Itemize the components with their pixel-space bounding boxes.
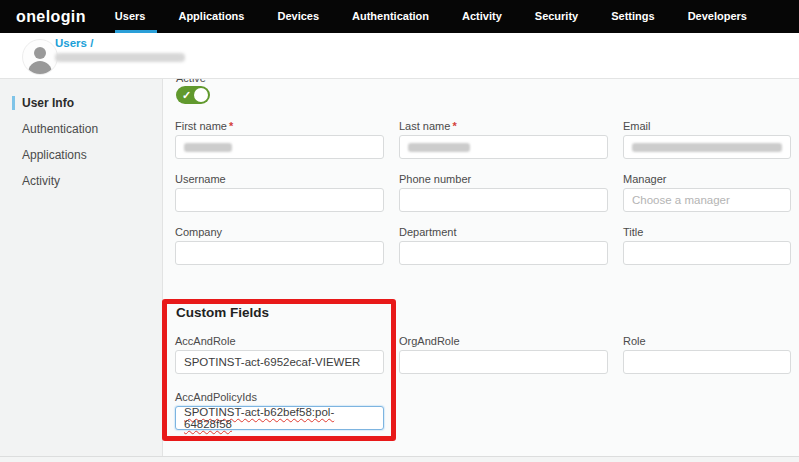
title-input[interactable] [623, 241, 791, 265]
manager-input[interactable] [623, 188, 791, 212]
company-label: Company [175, 226, 384, 239]
nav-tab-activity[interactable]: Activity [462, 0, 502, 33]
acc-and-role-field: AccAndRole SPOTINST-act-6952ecaf-VIEWER [175, 335, 384, 374]
redacted-value [184, 143, 232, 152]
username-field: Username [175, 173, 384, 212]
redacted-value [632, 143, 782, 152]
top-nav: onelogin Users Applications Devices Auth… [0, 0, 799, 33]
username-label: Username [175, 173, 384, 186]
required-asterisk: * [229, 120, 233, 132]
sidebar-item-authentication[interactable]: Authentication [0, 116, 162, 142]
nav-tab-developers[interactable]: Developers [688, 0, 747, 33]
phone-number-label: Phone number [399, 173, 608, 186]
role-label: Role [623, 335, 791, 348]
company-field: Company [175, 226, 384, 265]
custom-fields-row-1: AccAndRole SPOTINST-act-6952ecaf-VIEWER … [175, 335, 791, 374]
form-row-1: First name* Last name* Email [175, 120, 791, 159]
nav-tab-devices[interactable]: Devices [277, 0, 319, 33]
onelogin-logo: onelogin [16, 8, 86, 26]
sidebar-item-user-info[interactable]: User Info [0, 90, 162, 116]
email-input[interactable] [623, 135, 791, 159]
sidebar-item-activity[interactable]: Activity [0, 168, 162, 194]
user-avatar [22, 39, 58, 75]
manager-field: Manager [623, 173, 791, 212]
nav-tab-authentication[interactable]: Authentication [352, 0, 429, 33]
company-input[interactable] [175, 241, 384, 265]
form-row-2: Username Phone number Manager [175, 173, 791, 212]
department-label: Department [399, 226, 608, 239]
nav-tab-users[interactable]: Users [115, 0, 146, 33]
department-input[interactable] [399, 241, 608, 265]
department-field: Department [399, 226, 608, 265]
active-toggle[interactable]: ✓ [176, 86, 210, 104]
title-field: Title [623, 226, 791, 265]
custom-fields-row-2: AccAndPolicyIds SPOTINST-act-b62bef58:po… [175, 391, 791, 430]
first-name-field: First name* [175, 120, 384, 159]
acc-and-policy-ids-input[interactable]: SPOTINST-act-b62bef58:pol-64828f58 [175, 406, 384, 430]
acc-and-role-input[interactable]: SPOTINST-act-6952ecaf-VIEWER [175, 350, 384, 374]
avatar-person-icon [34, 47, 46, 59]
breadcrumb-bar: Users / [0, 33, 799, 79]
toggle-knob [194, 88, 208, 102]
redacted-user-name [55, 53, 185, 62]
first-name-input[interactable] [175, 135, 384, 159]
org-and-role-label: OrgAndRole [399, 335, 608, 348]
email-label: Email [623, 120, 791, 133]
nav-tab-settings[interactable]: Settings [611, 0, 654, 33]
acc-and-policy-ids-value: SPOTINST-act-b62bef58:pol-64828f58 [184, 406, 375, 430]
form-row-3: Company Department Title [175, 226, 791, 265]
last-name-input[interactable] [399, 135, 608, 159]
acc-and-role-label: AccAndRole [175, 335, 384, 348]
manager-label: Manager [623, 173, 791, 186]
first-name-label: First name [175, 120, 227, 132]
phone-number-field: Phone number [399, 173, 608, 212]
breadcrumb-users-link[interactable]: Users / [55, 37, 93, 49]
org-and-role-field: OrgAndRole [399, 335, 608, 374]
window-bottom-edge [0, 456, 799, 462]
nav-tab-security[interactable]: Security [535, 0, 578, 33]
acc-and-policy-ids-field: AccAndPolicyIds SPOTINST-act-b62bef58:po… [175, 391, 384, 430]
last-name-label: Last name [399, 120, 450, 132]
role-input[interactable] [623, 350, 791, 374]
acc-and-role-value: SPOTINST-act-6952ecaf-VIEWER [184, 356, 360, 368]
email-field: Email [623, 120, 791, 159]
acc-and-policy-ids-label: AccAndPolicyIds [175, 391, 384, 404]
sidebar: User Info Authentication Applications Ac… [0, 78, 163, 456]
org-and-role-input[interactable] [399, 350, 608, 374]
title-label: Title [623, 226, 791, 239]
username-input[interactable] [175, 188, 384, 212]
last-name-field: Last name* [399, 120, 608, 159]
phone-number-input[interactable] [399, 188, 608, 212]
role-field: Role [623, 335, 791, 374]
custom-fields-title: Custom Fields [176, 305, 269, 320]
required-asterisk: * [452, 120, 456, 132]
check-icon: ✓ [182, 86, 191, 104]
redacted-value [408, 143, 470, 152]
nav-tab-applications[interactable]: Applications [178, 0, 244, 33]
sidebar-item-applications[interactable]: Applications [0, 142, 162, 168]
